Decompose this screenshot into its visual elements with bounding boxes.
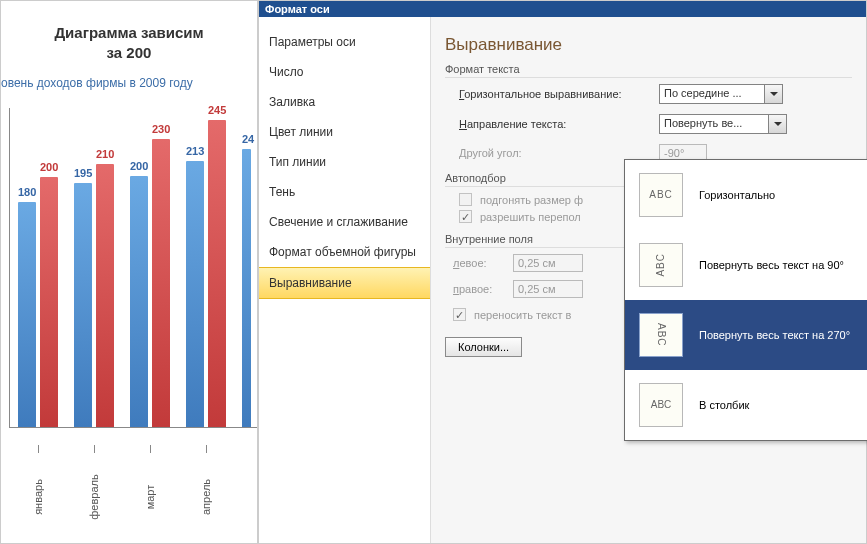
nav-item-axis-options[interactable]: Параметры оси (259, 27, 430, 57)
dd-item-stacked[interactable]: ABC В столбик (625, 370, 867, 440)
text-horizontal-icon: ABC (639, 173, 683, 217)
chevron-down-icon[interactable] (764, 85, 782, 103)
dd-label: Горизонтально (699, 189, 775, 201)
columns-button[interactable]: Колонки... (445, 337, 522, 357)
bar-feb-2008: 195 (74, 183, 92, 427)
nav-item-glow[interactable]: Свечение и сглаживание (259, 207, 430, 237)
chevron-down-icon[interactable] (768, 115, 786, 133)
dd-label: В столбик (699, 399, 749, 411)
chart-title: Диаграмма зависим за 200 (1, 1, 257, 62)
dd-label: Повернуть весь текст на 270° (699, 329, 850, 341)
overflow-label: разрешить перепол (480, 211, 581, 223)
nav-item-alignment[interactable]: Выравнивание (259, 267, 430, 299)
dd-item-rotate-270[interactable]: ABC Повернуть весь текст на 270° (625, 300, 867, 370)
right-margin-input (513, 280, 583, 298)
dialog-titlebar[interactable]: Формат оси (259, 1, 866, 17)
dd-item-rotate-90[interactable]: ABC Повернуть весь текст на 90° (625, 230, 867, 300)
left-margin-input (513, 254, 583, 272)
nav-item-number[interactable]: Число (259, 57, 430, 87)
bar-jan-2008: 180 (18, 202, 36, 427)
nav-item-3d-format[interactable]: Формат объемной фигуры (259, 237, 430, 267)
dd-label: Повернуть весь текст на 90° (699, 259, 844, 271)
text-direction-combo[interactable]: Повернуть ве... (659, 114, 787, 134)
other-angle-label: Другой угол: (459, 147, 659, 159)
dialog-nav: Параметры оси Число Заливка Цвет линии Т… (259, 17, 431, 543)
dd-item-horizontal[interactable]: ABC Горизонтально (625, 160, 867, 230)
pane-heading: Выравнивание (445, 35, 852, 55)
wrap-text-checkbox (453, 308, 466, 321)
shrink-to-fit-label: подгонять размер ф (480, 194, 583, 206)
nav-item-shadow[interactable]: Тень (259, 177, 430, 207)
overflow-checkbox (459, 210, 472, 223)
left-margin-label: левое: (453, 257, 513, 269)
h-align-combo[interactable]: По середине ... (659, 84, 783, 104)
chart-area: Диаграмма зависим за 200 овень доходов ф… (0, 0, 258, 544)
alignment-pane: Выравнивание Формат текста Горизонтально… (431, 17, 866, 543)
h-align-label: Горизонтальное выравнивание: (459, 88, 659, 100)
text-direction-dropdown[interactable]: ABC Горизонтально ABC Повернуть весь тек… (624, 159, 867, 441)
bar-apr-2009: 245 (208, 120, 226, 427)
bar-mar-2009: 230 (152, 139, 170, 427)
bar-feb-2009: 210 (96, 164, 114, 427)
text-direction-label: Направление текста: (459, 118, 659, 130)
text-stacked-icon: ABC (639, 383, 683, 427)
chart-subtitle: овень доходов фирмы в 2009 году (1, 76, 257, 90)
bar-apr-2008: 213 (186, 161, 204, 427)
text-rotate-90-icon: ABC (639, 243, 683, 287)
text-rotate-270-icon: ABC (639, 313, 683, 357)
shrink-to-fit-checkbox (459, 193, 472, 206)
format-axis-dialog: Формат оси Параметры оси Число Заливка Ц… (258, 0, 867, 544)
wrap-text-label: переносить текст в (474, 309, 571, 321)
nav-item-fill[interactable]: Заливка (259, 87, 430, 117)
chart-plot: 180 200 195 210 200 230 213 245 24 январ… (9, 108, 257, 428)
right-margin-label: правое: (453, 283, 513, 295)
chart-x-ticks: январь февраль март апрель (10, 461, 234, 503)
nav-item-line-color[interactable]: Цвет линии (259, 117, 430, 147)
group-text-format: Формат текста (445, 63, 852, 78)
bar-jan-2009: 200 (40, 177, 58, 427)
bar-may-partial: 24 (242, 149, 251, 427)
nav-item-line-style[interactable]: Тип линии (259, 147, 430, 177)
bar-mar-2008: 200 (130, 176, 148, 427)
